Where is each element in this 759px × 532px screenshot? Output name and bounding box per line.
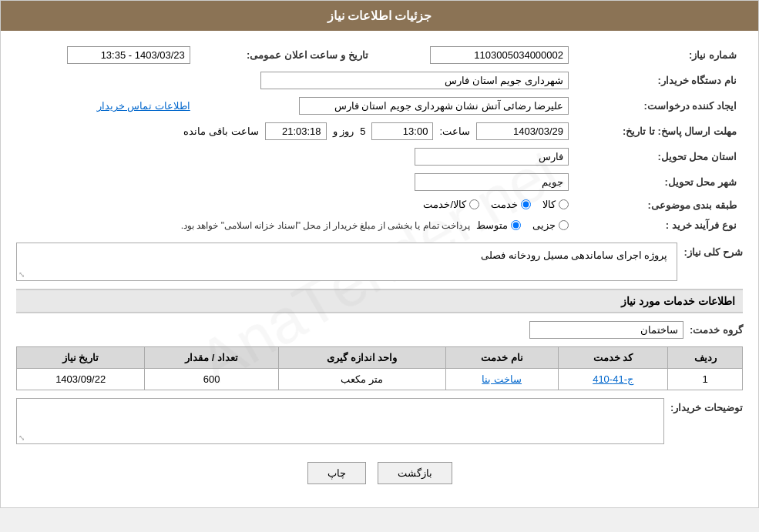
ijad-konande-label: ایجاد کننده درخواست:: [575, 93, 743, 119]
shahr-value: جویم: [415, 173, 569, 191]
tosih-box[interactable]: ⤡: [16, 398, 664, 444]
ostan-label: استان محل تحویل:: [575, 144, 743, 169]
mohlet-label: مهلت ارسال پاسخ: تا تاریخ:: [575, 119, 743, 144]
radio-motevaset-item[interactable]: متوسط: [476, 219, 521, 231]
radio-kala[interactable]: [559, 199, 569, 209]
nam-dastgah-value: شهرداری جویم استان فارس: [260, 72, 569, 89]
col-kod: کد خدمت: [558, 347, 668, 369]
radio-motevaset-label: متوسط: [476, 219, 508, 231]
col-name: نام خدمت: [445, 347, 558, 369]
tarikh-elam-value: 1403/03/23 - 13:35: [67, 46, 190, 64]
nam-dastgah-label: نام دستگاه خریدار:: [575, 68, 743, 93]
radio-kala-item[interactable]: کالا: [542, 199, 569, 210]
time-value: 13:00: [371, 122, 433, 140]
time-label: ساعت:: [439, 125, 470, 137]
cell-count: 600: [145, 369, 279, 390]
radio-khedmat-label: خدمت: [491, 199, 518, 210]
ostan-value: فارس: [415, 148, 569, 166]
print-button[interactable]: چاپ: [307, 462, 366, 484]
radio-kala-khedmat-item[interactable]: کالا/خدمت: [423, 199, 479, 210]
back-button[interactable]: بازگشت: [378, 462, 452, 484]
note-text: پرداخت تمام یا بخشی از مبلغ خریدار از مح…: [181, 220, 470, 231]
service-section-title: اطلاعات خدمات مورد نیاز: [16, 289, 743, 313]
cell-unit: متر مکعب: [278, 369, 445, 390]
radio-jozii-label: جزیی: [532, 219, 556, 231]
col-date: تاریخ نیاز: [17, 347, 145, 369]
radio-kala-khedmat-label: کالا/خدمت: [423, 199, 466, 210]
shahr-label: شهر محل تحویل:: [575, 169, 743, 195]
col-unit: واحد اندازه گیری: [278, 347, 445, 369]
services-table: ردیف کد خدمت نام خدمت واحد اندازه گیری ت…: [16, 346, 743, 390]
radio-jozii-item[interactable]: جزیی: [532, 219, 569, 231]
cell-kod[interactable]: ج-41-410: [558, 369, 668, 390]
ijad-konande-value: علیرضا رضائی آتش نشان شهرداری جویم استان…: [299, 97, 569, 115]
button-bar: بازگشت چاپ: [16, 450, 743, 496]
radio-khedmat[interactable]: [521, 199, 531, 209]
cell-name[interactable]: ساخت بنا: [445, 369, 558, 390]
tosih-resize-handle[interactable]: ⤡: [18, 433, 25, 442]
cell-radif: 1: [668, 369, 743, 390]
etelaat-tamas-link[interactable]: اطلاعات تماس خریدار: [97, 100, 190, 112]
rooz-value: 5: [360, 125, 365, 137]
radio-motevaset[interactable]: [511, 220, 521, 230]
cell-date: 1403/09/22: [17, 369, 145, 390]
col-radif: ردیف: [668, 347, 743, 369]
saaat-label: ساعت باقی مانده: [183, 125, 258, 137]
group-value: ساختمان: [529, 321, 683, 339]
radio-kala-label: کالا: [542, 199, 556, 210]
sharch-label: شرح کلی نیاز:: [683, 243, 743, 258]
rooz-label: روز و: [333, 125, 354, 137]
table-row: 1ج-41-410ساخت بنامتر مکعب6001403/09/22: [17, 369, 743, 390]
radio-khedmat-item[interactable]: خدمت: [491, 199, 531, 210]
shomara-niaz-value: 1103005034000002: [430, 46, 569, 64]
tosih-label: توضیحات خریدار:: [670, 398, 743, 413]
resize-handle[interactable]: ⤡: [18, 270, 25, 279]
radio-kala-khedmat[interactable]: [469, 199, 479, 209]
sharch-value: پروژه اجرای ساماندهی مسیل رودخانه فصلی: [23, 246, 670, 264]
tabaghe-radio-group: کالا خدمت کالا/خدمت: [423, 199, 569, 210]
farayand-radio-group: جزیی متوسط: [476, 219, 569, 231]
radio-jozii[interactable]: [559, 220, 569, 230]
group-label: گروه خدمت:: [690, 324, 743, 336]
tabaghe-label: طبقه بندی موضوعی:: [575, 195, 743, 216]
countdown: 21:03:18: [265, 122, 327, 140]
shomara-niaz-label: شماره نیاز:: [575, 42, 743, 68]
date-value: 1403/03/29: [476, 122, 569, 140]
col-count: تعداد / مقدار: [145, 347, 279, 369]
noe-farayand-label: نوع فرآیند خرید :: [575, 216, 743, 235]
sharch-box: پروژه اجرای ساماندهی مسیل رودخانه فصلی ⤡: [16, 243, 677, 281]
page-title: جزئیات اطلاعات نیاز: [1, 1, 758, 31]
tarikh-elam-label: تاریخ و ساعت اعلان عمومی:: [196, 42, 374, 68]
